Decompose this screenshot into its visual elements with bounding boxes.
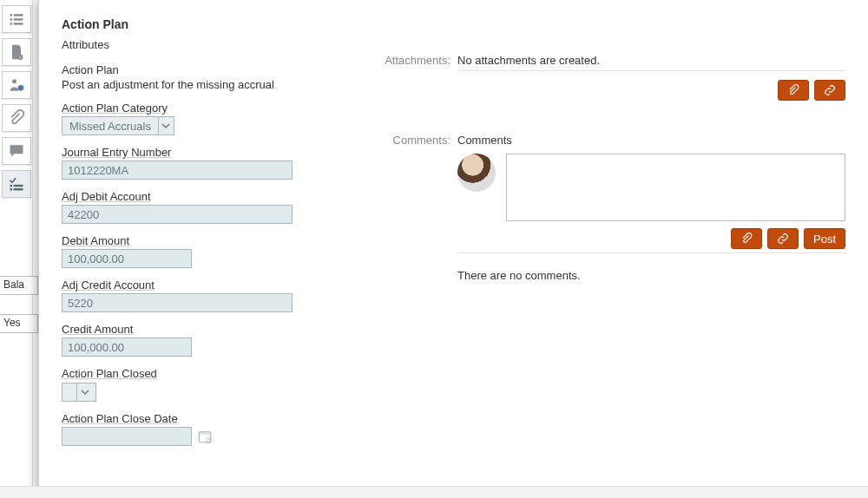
comments-heading: Comments xyxy=(457,134,845,147)
attributes-heading: Attributes xyxy=(62,38,348,51)
rail-user-settings-icon[interactable] xyxy=(2,71,31,99)
calendar-icon[interactable] xyxy=(197,429,213,444)
debit-amount-label: Debit Amount xyxy=(62,234,348,247)
svg-point-8 xyxy=(12,79,16,83)
action-plan-panel: Action Plan Attributes Action Plan Post … xyxy=(38,0,868,498)
attachments-label: Attachments: xyxy=(374,54,457,67)
field-adj-debit-account: Adj Debit Account xyxy=(62,190,348,224)
svg-rect-3 xyxy=(13,18,23,21)
field-action-plan-close-date: Action Plan Close Date xyxy=(62,412,348,446)
field-category: Action Plan Category Missed Accruals xyxy=(62,102,348,135)
svg-rect-4 xyxy=(10,23,12,24)
no-comments-text: There are no comments. xyxy=(457,269,845,282)
attach-file-button[interactable] xyxy=(778,80,809,101)
right-column: Attachments: No attachments are created. xyxy=(348,38,845,456)
field-journal-entry-number: Journal Entry Number xyxy=(62,146,348,180)
svg-rect-10 xyxy=(10,185,12,187)
journal-entry-number-input[interactable] xyxy=(62,161,293,180)
category-select[interactable]: Missed Accruals xyxy=(62,116,174,135)
rail-comments-icon[interactable] xyxy=(2,137,31,165)
action-plan-close-date-label: Action Plan Close Date xyxy=(62,412,348,425)
horizontal-scrollbar[interactable] xyxy=(0,486,868,498)
svg-rect-13 xyxy=(13,188,23,191)
debit-amount-input[interactable] xyxy=(62,249,192,268)
category-value: Missed Accruals xyxy=(62,120,158,133)
attachments-empty-text: No attachments are created. xyxy=(457,54,845,67)
panel-title: Action Plan xyxy=(62,17,845,31)
field-credit-amount: Credit Amount xyxy=(62,323,348,357)
action-plan-closed-label: Action Plan Closed xyxy=(62,367,348,380)
journal-entry-number-label: Journal Entry Number xyxy=(62,146,348,159)
stub-yes[interactable]: Yes xyxy=(0,314,38,333)
background-stubs: Bala Yes xyxy=(0,276,38,352)
avatar xyxy=(457,154,496,192)
adj-debit-account-label: Adj Debit Account xyxy=(62,190,348,203)
adj-credit-account-input[interactable] xyxy=(62,293,293,312)
chevron-down-icon xyxy=(76,383,92,401)
svg-rect-11 xyxy=(13,185,23,187)
credit-amount-label: Credit Amount xyxy=(62,323,348,336)
stub-balance[interactable]: Bala xyxy=(0,276,38,295)
svg-rect-1 xyxy=(13,14,23,16)
comment-textarea[interactable] xyxy=(506,154,845,221)
rail-list-icon[interactable] xyxy=(2,5,31,33)
attach-link-button[interactable] xyxy=(814,80,845,101)
svg-rect-2 xyxy=(10,18,12,21)
svg-text:i: i xyxy=(19,55,20,60)
svg-rect-5 xyxy=(13,23,23,24)
post-comment-button[interactable]: Post xyxy=(804,228,845,249)
action-plan-closed-select[interactable] xyxy=(62,383,96,402)
action-plan-close-date-input[interactable] xyxy=(62,427,192,446)
adj-debit-account-input[interactable] xyxy=(62,205,293,224)
attributes-column: Attributes Action Plan Post an adjustmen… xyxy=(62,38,348,456)
comment-attach-link-button[interactable] xyxy=(767,228,799,249)
left-icon-rail: i xyxy=(0,0,33,486)
rail-checklist-icon[interactable] xyxy=(2,170,31,198)
field-adj-credit-account: Adj Credit Account xyxy=(62,278,348,312)
adj-credit-account-label: Adj Credit Account xyxy=(62,278,348,292)
field-debit-amount: Debit Amount xyxy=(62,234,348,268)
action-plan-label: Action Plan xyxy=(62,63,348,76)
category-label: Action Plan Category xyxy=(62,102,348,115)
action-plan-value: Post an adjustment for the missing accru… xyxy=(62,78,348,91)
credit-amount-input[interactable] xyxy=(62,337,192,357)
svg-rect-0 xyxy=(10,14,12,16)
field-action-plan: Action Plan Post an adjustment for the m… xyxy=(62,63,348,91)
comments-row: Comments: Comments xyxy=(374,134,845,282)
rail-document-info-icon[interactable]: i xyxy=(2,38,31,66)
svg-rect-15 xyxy=(199,432,211,436)
comments-label: Comments: xyxy=(374,134,457,147)
comment-attach-file-button[interactable] xyxy=(731,228,762,249)
chevron-down-icon xyxy=(158,117,174,134)
svg-point-9 xyxy=(17,85,23,91)
svg-rect-12 xyxy=(10,188,12,191)
field-action-plan-closed: Action Plan Closed xyxy=(62,367,348,402)
rail-attachments-icon[interactable] xyxy=(2,104,31,132)
attachments-row: Attachments: No attachments are created. xyxy=(374,54,845,101)
